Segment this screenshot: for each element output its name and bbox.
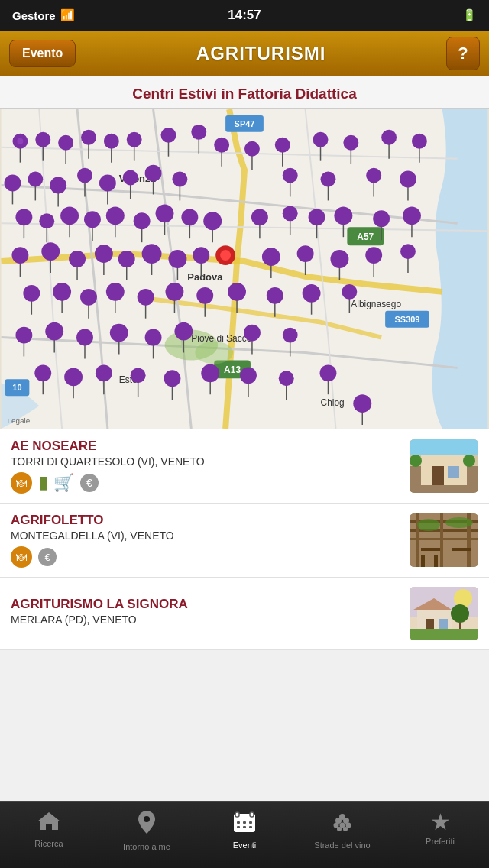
- svg-point-84: [106, 206, 125, 225]
- svg-point-80: [60, 206, 79, 225]
- svg-rect-211: [434, 555, 438, 567]
- svg-point-108: [11, 247, 28, 264]
- svg-point-44: [313, 132, 329, 147]
- svg-point-132: [400, 244, 416, 259]
- svg-text:A57: A57: [357, 232, 374, 242]
- tab-eventi[interactable]: Eventi: [196, 808, 293, 850]
- battery-area: 🔋: [462, 8, 477, 22]
- tab-preferiti-label: Preferiti: [426, 837, 455, 846]
- svg-point-186: [279, 371, 294, 386]
- svg-point-50: [412, 134, 427, 149]
- euro-icon: €: [38, 548, 57, 566]
- list-item-thumbnail: [410, 439, 478, 493]
- svg-text:Albignasego: Albignasego: [351, 299, 401, 309]
- battery-icon: 🔋: [462, 8, 477, 22]
- svg-rect-230: [237, 821, 240, 824]
- svg-point-156: [15, 327, 32, 344]
- tab-ricerca-label: Ricerca: [34, 839, 63, 848]
- svg-point-92: [203, 212, 222, 230]
- coupon-icon: ▮: [38, 473, 47, 493]
- svg-point-112: [69, 251, 86, 267]
- tab-ricerca[interactable]: Ricerca: [0, 808, 98, 848]
- svg-point-38: [214, 138, 229, 153]
- list-item-location: MERLARA (PD), VENETO: [11, 614, 402, 626]
- list-item-name: AE NOSEARE: [11, 439, 402, 454]
- svg-point-184: [240, 367, 257, 384]
- list-item-location: TORRI DI QUARTESOLO (VI), VENETO: [11, 455, 402, 468]
- svg-point-190: [353, 394, 371, 413]
- tab-strade-label: Strade del vino: [314, 840, 370, 850]
- evento-button[interactable]: Evento: [9, 40, 76, 67]
- list-item-info: AE NOSEARE TORRI DI QUARTESOLO (VI), VEN…: [11, 439, 402, 494]
- svg-point-62: [123, 170, 138, 186]
- tab-preferiti[interactable]: ★ Preferiti: [391, 808, 489, 846]
- svg-text:Chiog: Chiog: [321, 397, 345, 408]
- list-item[interactable]: AE NOSEARE TORRI DI QUARTESOLO (VI), VEN…: [0, 429, 489, 504]
- food-icon: 🍽: [11, 546, 32, 568]
- svg-point-158: [45, 322, 63, 341]
- svg-point-58: [77, 168, 92, 183]
- svg-point-56: [50, 177, 66, 194]
- svg-point-212: [417, 519, 440, 531]
- svg-rect-233: [237, 826, 240, 828]
- svg-rect-231: [243, 821, 246, 824]
- svg-text:A13: A13: [224, 364, 241, 375]
- svg-point-142: [138, 289, 154, 306]
- svg-point-124: [262, 248, 280, 266]
- carrier-label: Gestore: [12, 9, 56, 22]
- svg-point-198: [410, 455, 422, 467]
- svg-point-40: [244, 141, 260, 157]
- svg-point-174: [64, 368, 83, 386]
- svg-point-102: [334, 206, 352, 225]
- svg-rect-234: [243, 826, 246, 828]
- svg-rect-223: [410, 629, 478, 640]
- list-item[interactable]: AGRIFOLETTO MONTEGALDELLA (VI), VENETO 🍽…: [0, 504, 489, 578]
- svg-point-148: [228, 283, 246, 301]
- svg-point-222: [451, 604, 469, 623]
- status-time: 14:57: [228, 8, 261, 23]
- nav-bar: Evento AGRITURISMI ?: [0, 31, 489, 76]
- list-item-info: AGRITURISMO LA SIGNORA MERLARA (PD), VEN…: [11, 597, 402, 630]
- svg-point-60: [99, 175, 116, 192]
- svg-point-126: [297, 245, 314, 262]
- svg-text:10: 10: [12, 383, 21, 392]
- calendar-icon: [234, 811, 255, 837]
- tab-eventi-label: Eventi: [233, 840, 257, 850]
- svg-marker-224: [37, 812, 60, 830]
- tab-intorno[interactable]: Intorno a me: [98, 808, 196, 851]
- svg-point-52: [5, 175, 21, 192]
- svg-point-68: [283, 168, 298, 183]
- svg-point-180: [164, 370, 181, 387]
- svg-point-120: [168, 250, 186, 268]
- svg-point-32: [127, 132, 142, 147]
- svg-rect-210: [421, 555, 425, 567]
- svg-point-136: [53, 283, 71, 301]
- list-container: AE NOSEARE TORRI DI QUARTESOLO (VI), VEN…: [0, 429, 489, 650]
- svg-point-64: [145, 165, 162, 182]
- svg-rect-195: [432, 466, 444, 485]
- svg-point-164: [145, 329, 162, 346]
- svg-point-242: [337, 827, 342, 831]
- subtitle-text: Centri Estivi in Fattoria Didattica: [132, 86, 357, 102]
- svg-point-146: [196, 287, 213, 304]
- svg-rect-220: [439, 619, 448, 629]
- tab-strade[interactable]: Strade del vino: [293, 808, 391, 850]
- svg-point-74: [400, 171, 416, 188]
- map-container[interactable]: A57 A13 SP47 SS309 10 Vicenza Padova Alb…: [0, 108, 489, 429]
- wine-grapes-icon: [332, 811, 353, 837]
- svg-text:SP47: SP47: [235, 119, 255, 128]
- svg-point-170: [283, 328, 298, 343]
- svg-point-12: [195, 342, 233, 364]
- svg-point-152: [303, 284, 321, 303]
- help-button[interactable]: ?: [446, 37, 480, 70]
- svg-point-34: [161, 128, 176, 143]
- svg-point-150: [267, 287, 283, 304]
- svg-rect-228: [235, 812, 239, 817]
- svg-point-160: [76, 329, 93, 346]
- list-item[interactable]: AGRITURISMO LA SIGNORA MERLARA (PD), VEN…: [0, 578, 489, 650]
- list-item-location: MONTEGALDELLA (VI), VENETO: [11, 530, 402, 542]
- list-item-icons: 🍽 €: [11, 546, 402, 568]
- svg-point-216: [454, 589, 472, 607]
- svg-point-172: [34, 364, 51, 381]
- home-icon: [37, 811, 60, 836]
